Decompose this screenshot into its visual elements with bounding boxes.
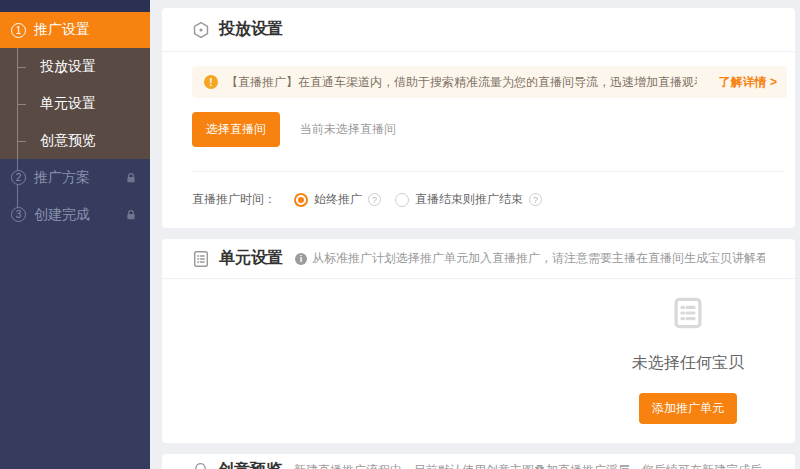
unit-panel-header: 单元设置 i 从标准推广计划选择推广单元加入直播推广，请注意需要主播在直播间生成… xyxy=(162,239,795,279)
sidebar-step-creation-complete[interactable]: 3 创建完成 xyxy=(0,196,150,233)
promo-time-row: 直播推广时间： 始终推广 ? 直播结束则推广结束 ? xyxy=(192,191,787,208)
delivery-panel-body: ! 【直播推广】在直通车渠道内，借助于搜索精准流量为您的直播间导流，迅速增加直播… xyxy=(162,52,795,228)
bulb-icon xyxy=(192,462,209,469)
sidebar-item-unit-settings[interactable]: 单元设置 xyxy=(0,85,150,122)
live-promo-notice-banner: ! 【直播推广】在直通车渠道内，借助于搜索精准流量为您的直播间导流，迅速增加直播… xyxy=(192,66,787,98)
sidebar-step-promotion-plan[interactable]: 2 推广方案 xyxy=(0,159,150,196)
radio-end-label: 直播结束则推广结束 xyxy=(415,191,523,208)
question-circle-icon[interactable]: ? xyxy=(368,193,381,206)
step-2-label: 推广方案 xyxy=(34,169,90,187)
notice-text: 【直播推广】在直通车渠道内，借助于搜索精准流量为您的直播间导流，迅速增加直播观看… xyxy=(226,74,697,91)
sidebar-item-label: 投放设置 xyxy=(40,58,96,76)
radio-option-always-promote[interactable]: 始终推广 ? xyxy=(294,191,381,208)
list-document-icon xyxy=(192,250,210,268)
main-content: 投放设置 ! 【直播推广】在直通车渠道内，借助于搜索精准流量为您的直播间导流，迅… xyxy=(150,0,800,469)
select-liveroom-hint: 当前未选择直播间 xyxy=(300,121,396,138)
radio-unselected-icon[interactable] xyxy=(395,193,409,207)
empty-list-document-icon xyxy=(671,296,705,330)
delivery-settings-panel: 投放设置 ! 【直播推广】在直通车渠道内，借助于搜索精准流量为您的直播间导流，迅… xyxy=(162,8,795,228)
step-3-label: 创建完成 xyxy=(34,206,90,224)
sidebar-top-strip xyxy=(0,0,150,12)
warning-circle-icon: ! xyxy=(204,75,218,89)
lock-icon xyxy=(125,172,137,184)
unit-panel-body: 未选择任何宝贝 添加推广单元 xyxy=(162,296,795,443)
panel-title-creative: 创意预览 xyxy=(218,460,282,469)
wizard-sidebar: 1 推广设置 投放设置 单元设置 创意预览 2 推广方案 3 创建完成 xyxy=(0,0,150,469)
step-1-label: 推广设置 xyxy=(34,21,90,39)
creative-panel-header: 创意预览 新建直播推广流程中，目前默认使用创意主图叠加直播推广浮层，您后续可在新… xyxy=(162,454,795,469)
empty-state-text: 未选择任何宝贝 xyxy=(583,353,793,374)
radio-always-label: 始终推广 xyxy=(314,191,362,208)
step-2-number-badge: 2 xyxy=(11,170,26,185)
step-1-subnav: 投放设置 单元设置 创意预览 xyxy=(0,48,150,159)
sidebar-item-label: 创意预览 xyxy=(40,132,96,150)
add-promo-unit-button[interactable]: 添加推广单元 xyxy=(639,393,737,424)
promo-time-label: 直播推广时间： xyxy=(192,191,276,208)
select-liveroom-button[interactable]: 选择直播间 xyxy=(192,112,280,147)
radio-option-end-with-live[interactable]: 直播结束则推广结束 ? xyxy=(395,191,542,208)
lock-icon xyxy=(125,209,137,221)
creative-info-note: 新建直播推广流程中，目前默认使用创意主图叠加直播推广浮层，您后续可在新建完成后，… xyxy=(294,462,765,469)
sidebar-item-creative-preview[interactable]: 创意预览 xyxy=(0,122,150,159)
step-3-number-badge: 3 xyxy=(11,207,26,222)
hexagon-target-icon xyxy=(192,21,210,39)
unit-info-note: i 从标准推广计划选择推广单元加入直播推广，请注意需要主播在直播间生成宝贝讲解看… xyxy=(295,250,765,267)
section-divider xyxy=(192,171,784,172)
panel-title-unit: 单元设置 xyxy=(219,248,283,269)
creative-info-text: 新建直播推广流程中，目前默认使用创意主图叠加直播推广浮层，您后续可在新建完成后，… xyxy=(294,462,765,469)
question-circle-icon[interactable]: ? xyxy=(529,193,542,206)
sidebar-step-promotion-settings[interactable]: 1 推广设置 xyxy=(0,12,150,48)
unit-empty-state: 未选择任何宝贝 添加推广单元 xyxy=(583,296,793,424)
panel-title-delivery: 投放设置 xyxy=(219,19,283,40)
sidebar-item-label: 单元设置 xyxy=(40,95,96,113)
learn-more-link[interactable]: 了解详情 > xyxy=(705,74,777,91)
delivery-panel-header: 投放设置 xyxy=(162,8,795,52)
info-circle-icon: i xyxy=(295,253,307,265)
creative-preview-panel: 创意预览 新建直播推广流程中，目前默认使用创意主图叠加直播推广浮层，您后续可在新… xyxy=(162,454,795,469)
unit-settings-panel: 单元设置 i 从标准推广计划选择推广单元加入直播推广，请注意需要主播在直播间生成… xyxy=(162,239,795,443)
radio-selected-icon[interactable] xyxy=(294,193,308,207)
select-liveroom-row: 选择直播间 当前未选择直播间 xyxy=(192,112,787,147)
sidebar-item-delivery-settings[interactable]: 投放设置 xyxy=(0,48,150,85)
unit-info-text: 从标准推广计划选择推广单元加入直播推广，请注意需要主播在直播间生成宝贝讲解看点，… xyxy=(312,250,765,267)
step-1-number-badge: 1 xyxy=(11,23,26,38)
